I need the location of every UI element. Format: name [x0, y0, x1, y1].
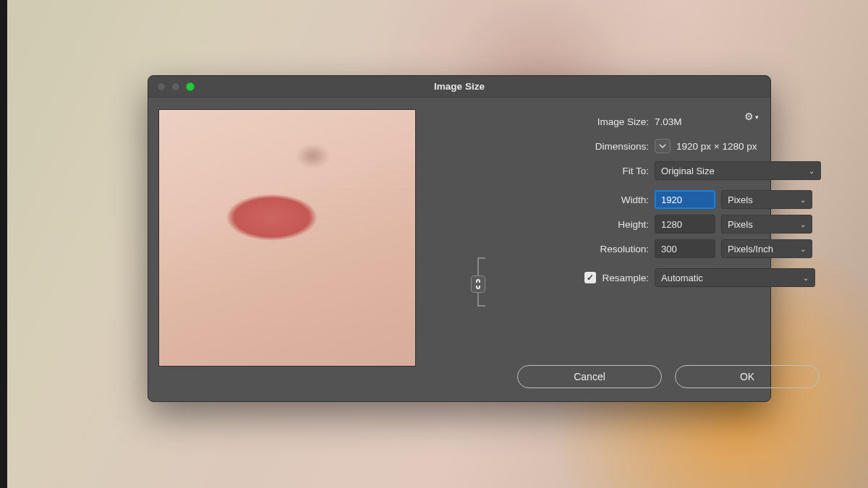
- resample-label: Resample:: [602, 273, 649, 283]
- dimensions-label: Dimensions:: [430, 141, 655, 152]
- image-size-value: 7.03M: [655, 116, 682, 127]
- height-input[interactable]: 1280: [655, 215, 715, 234]
- chevron-down-icon: ⌄: [800, 245, 806, 253]
- image-preview[interactable]: [158, 109, 416, 367]
- dialog-title: Image Size: [148, 81, 770, 92]
- height-unit-select[interactable]: Pixels⌄: [721, 215, 812, 234]
- dimensions-row: Dimensions: 1920 px × 1280 px: [430, 134, 821, 158]
- width-label: Width:: [430, 194, 655, 205]
- resample-mode-select[interactable]: Automatic⌄: [655, 268, 815, 287]
- chevron-down-icon: ⌄: [803, 274, 809, 282]
- fit-to-row: Fit To: Original Size ⌄: [430, 158, 821, 183]
- height-row: Height: 1280 Pixels⌄: [430, 212, 821, 236]
- height-label: Height:: [430, 219, 655, 230]
- link-icon: [475, 278, 482, 290]
- width-unit-select[interactable]: Pixels⌄: [721, 190, 812, 209]
- resample-checkbox[interactable]: ✓: [584, 272, 596, 283]
- fit-to-select[interactable]: Original Size ⌄: [655, 161, 821, 180]
- constrain-proportions-button[interactable]: [471, 275, 485, 293]
- ok-button[interactable]: OK: [675, 365, 820, 388]
- app-left-edge: [0, 0, 7, 488]
- dialog-buttons: Cancel OK: [430, 365, 821, 390]
- dialog-content: Image Size: 7.03M Dimensions: 1920 px × …: [148, 98, 770, 401]
- gear-icon[interactable]: ⚙︎▾: [744, 111, 757, 122]
- fit-to-label: Fit To:: [430, 166, 655, 176]
- dimensions-value: 1920 px × 1280 px: [676, 141, 757, 152]
- chevron-down-icon: ⌄: [800, 221, 806, 228]
- resolution-unit-select[interactable]: Pixels/Inch⌄: [721, 239, 812, 258]
- chevron-down-icon: ⌄: [809, 167, 814, 175]
- form-area: Image Size: 7.03M Dimensions: 1920 px × …: [416, 109, 821, 390]
- dialog-titlebar[interactable]: Image Size: [148, 76, 770, 98]
- width-input[interactable]: 1920: [655, 190, 715, 209]
- resolution-label: Resolution:: [430, 244, 655, 254]
- chevron-down-icon: ⌄: [800, 196, 806, 204]
- fit-to-value: Original Size: [661, 166, 715, 176]
- image-size-row: Image Size: 7.03M: [430, 109, 821, 134]
- resolution-input[interactable]: 300: [655, 239, 715, 258]
- cancel-button[interactable]: Cancel: [517, 365, 662, 388]
- image-size-label: Image Size:: [430, 116, 655, 127]
- image-size-dialog: Image Size ⚙︎▾ Image Size: 7.03M Dimensi…: [148, 75, 771, 402]
- chevron-down-icon: [659, 142, 666, 150]
- width-row: Width: 1920 Pixels⌄: [430, 187, 821, 212]
- dimensions-unit-toggle[interactable]: [655, 139, 671, 153]
